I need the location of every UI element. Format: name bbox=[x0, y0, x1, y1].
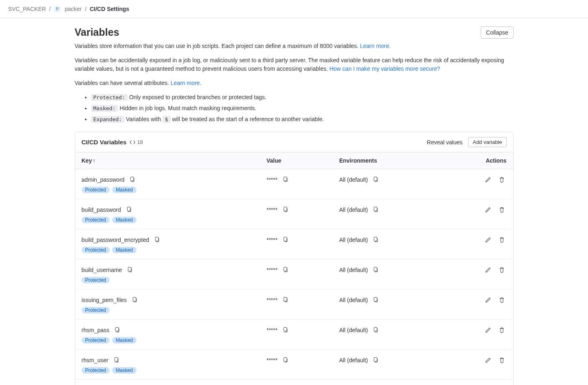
description-3: Variables can have several attributes. L… bbox=[75, 79, 514, 87]
copy-icon bbox=[282, 207, 289, 213]
breadcrumb-project[interactable]: packer bbox=[65, 6, 82, 12]
copy-key-button[interactable] bbox=[113, 325, 122, 335]
learn-more-link[interactable]: Learn more. bbox=[360, 43, 391, 49]
cell-env: All (default) bbox=[333, 380, 440, 385]
copy-icon bbox=[282, 267, 289, 273]
pencil-icon bbox=[485, 327, 491, 333]
cell-key: build_usernameProtected bbox=[75, 259, 260, 289]
cell-actions bbox=[440, 169, 513, 199]
table-row: issuing_pem_filesProtected*****All (defa… bbox=[75, 289, 513, 320]
secure-link[interactable]: How can I make my variables more secure? bbox=[330, 65, 440, 72]
copy-icon bbox=[282, 327, 289, 333]
learn-more-attrs-link[interactable]: Learn more. bbox=[171, 80, 201, 86]
variables-table: Key↑ Value Environments Actions admin_pa… bbox=[75, 152, 513, 385]
delete-button[interactable] bbox=[497, 265, 507, 275]
cell-value: ***** bbox=[260, 350, 333, 380]
cell-actions bbox=[440, 229, 513, 259]
code-icon bbox=[130, 139, 135, 145]
variable-value: ***** bbox=[267, 357, 278, 363]
protected-badge: Protected bbox=[82, 217, 110, 223]
copy-value-button[interactable] bbox=[281, 355, 290, 365]
panel-header: CI/CD Variables 18 Reveal values Add var… bbox=[75, 132, 513, 152]
table-row: build_password_encryptedProtectedMasked*… bbox=[75, 229, 513, 259]
copy-env-button[interactable] bbox=[371, 355, 380, 365]
copy-icon bbox=[132, 297, 138, 303]
copy-icon bbox=[373, 327, 379, 333]
copy-icon bbox=[127, 267, 133, 273]
pencil-icon bbox=[485, 297, 491, 303]
desc-text: Variables store information that you can… bbox=[75, 43, 360, 49]
attr-text: Hidden in job logs. Must match masking r… bbox=[118, 105, 256, 111]
breadcrumb-sep: / bbox=[85, 6, 87, 12]
copy-value-button[interactable] bbox=[281, 175, 290, 184]
copy-env-button[interactable] bbox=[371, 265, 380, 274]
edit-button[interactable] bbox=[483, 325, 493, 335]
reveal-values-button[interactable]: Reveal values bbox=[427, 139, 462, 146]
cell-key: build_password_encryptedProtectedMasked bbox=[75, 229, 260, 259]
copy-key-button[interactable] bbox=[152, 235, 162, 244]
copy-value-button[interactable] bbox=[281, 235, 290, 244]
copy-key-button[interactable] bbox=[130, 295, 139, 305]
copy-value-button[interactable] bbox=[281, 295, 290, 305]
pencil-icon bbox=[485, 267, 491, 273]
variable-value: ***** bbox=[267, 267, 278, 273]
delete-button[interactable] bbox=[497, 175, 507, 185]
masked-tag: Masked: bbox=[91, 105, 118, 112]
pencil-icon bbox=[485, 357, 491, 363]
copy-icon bbox=[373, 207, 379, 213]
edit-button[interactable] bbox=[483, 265, 493, 275]
copy-key-button[interactable] bbox=[112, 355, 121, 365]
variable-env: All (default) bbox=[339, 207, 368, 213]
delete-button[interactable] bbox=[497, 295, 507, 305]
cell-key: build_passwordProtectedMasked bbox=[75, 199, 260, 229]
copy-env-button[interactable] bbox=[371, 325, 380, 335]
cell-key: admin_passwordProtectedMasked bbox=[75, 169, 260, 199]
copy-value-button[interactable] bbox=[281, 325, 290, 335]
delete-button[interactable] bbox=[497, 325, 507, 335]
copy-icon bbox=[282, 176, 289, 183]
trash-icon bbox=[499, 357, 505, 363]
cell-value: ***** bbox=[260, 229, 333, 259]
cell-env: All (default) bbox=[333, 289, 440, 320]
delete-button[interactable] bbox=[497, 205, 507, 215]
copy-env-button[interactable] bbox=[371, 295, 380, 305]
trash-icon bbox=[499, 297, 505, 303]
table-row: rhsm_passProtectedMasked*****All (defaul… bbox=[75, 320, 513, 350]
trash-icon bbox=[499, 237, 505, 243]
pencil-icon bbox=[485, 176, 491, 183]
add-variable-button[interactable]: Add variable bbox=[468, 137, 506, 147]
breadcrumb: SVC_PACKER / P packer / CI/CD Settings bbox=[0, 0, 588, 18]
delete-button[interactable] bbox=[497, 355, 507, 365]
col-value: Value bbox=[260, 152, 333, 169]
cell-actions bbox=[440, 289, 513, 320]
table-row: build_usernameProtected*****All (default… bbox=[75, 259, 513, 289]
main-container: Variables Collapse Variables store infor… bbox=[75, 18, 514, 385]
delete-button[interactable] bbox=[497, 235, 507, 245]
edit-button[interactable] bbox=[483, 355, 493, 365]
cell-value: ***** bbox=[260, 169, 333, 199]
collapse-button[interactable]: Collapse bbox=[481, 26, 513, 39]
copy-env-button[interactable] bbox=[371, 235, 380, 244]
copy-value-button[interactable] bbox=[281, 205, 290, 214]
masked-badge: Masked bbox=[112, 247, 137, 253]
copy-env-button[interactable] bbox=[371, 205, 380, 214]
trash-icon bbox=[499, 327, 505, 333]
breadcrumb-root[interactable]: SVC_PACKER bbox=[8, 6, 46, 12]
copy-icon bbox=[113, 357, 119, 363]
copy-key-button[interactable] bbox=[125, 265, 135, 274]
masked-badge: Masked bbox=[112, 367, 137, 374]
attributes-list: Protected: Only exposed to protected bra… bbox=[91, 93, 514, 124]
copy-value-button[interactable] bbox=[281, 265, 290, 274]
copy-icon bbox=[373, 297, 379, 303]
edit-button[interactable] bbox=[483, 175, 493, 185]
edit-button[interactable] bbox=[483, 235, 493, 245]
copy-key-button[interactable] bbox=[128, 175, 137, 184]
variable-key: issuing_pem_files bbox=[82, 297, 127, 303]
variable-env: All (default) bbox=[339, 297, 368, 303]
col-key[interactable]: Key↑ bbox=[75, 152, 260, 169]
edit-button[interactable] bbox=[483, 205, 493, 215]
copy-env-button[interactable] bbox=[371, 175, 380, 184]
variable-key: rhsm_pass bbox=[82, 327, 109, 333]
edit-button[interactable] bbox=[483, 295, 493, 305]
copy-key-button[interactable] bbox=[124, 205, 134, 214]
